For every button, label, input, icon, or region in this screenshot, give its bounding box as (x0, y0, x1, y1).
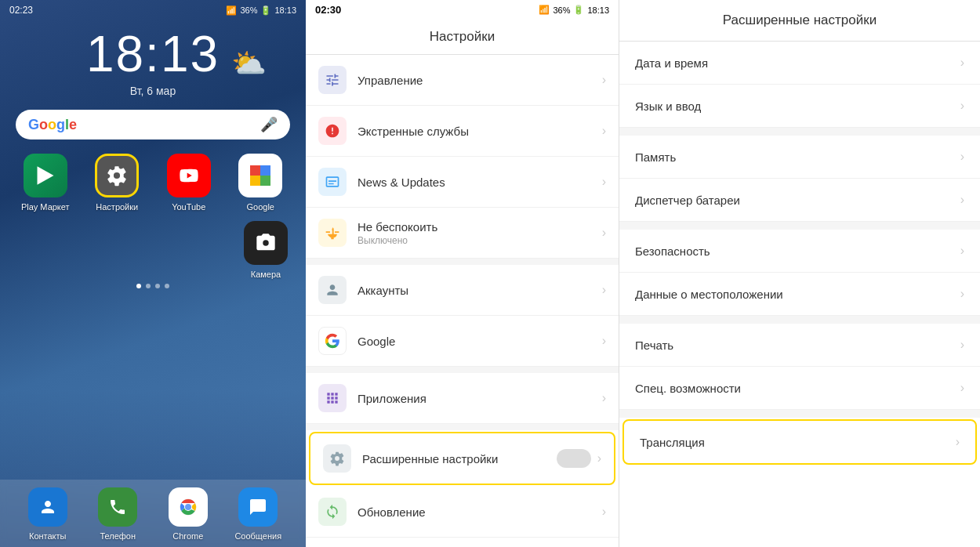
advanced-title: Расширенные настройки (362, 452, 557, 465)
news-chevron: › (602, 175, 606, 189)
svg-rect-1 (260, 176, 270, 186)
settings-label: Настройки (96, 202, 138, 212)
google-maps-icon (238, 154, 282, 197)
svg-rect-3 (260, 165, 270, 176)
emergency-chevron: › (602, 124, 606, 138)
settings-item-news[interactable]: News & Updates › (306, 157, 619, 208)
settings-signal-icon: 📶 (539, 5, 550, 15)
adv-gap-3 (619, 316, 980, 324)
messages-icon (238, 487, 278, 527)
location-title: Данные о местоположении (635, 288, 783, 301)
google-maps-label: Google (247, 202, 274, 212)
cast-chevron: › (956, 435, 960, 449)
battery-title: Диспетчер батареи (635, 194, 740, 207)
adv-gap-1 (619, 128, 980, 136)
google-content: Google (358, 335, 602, 348)
cast-title: Трансляция (640, 436, 705, 449)
accounts-icon (318, 276, 347, 304)
settings-battery-level: 36% (553, 5, 570, 15)
advanced-panel-title: Расширенные настройки (723, 13, 877, 27)
advanced-toggle[interactable] (557, 449, 591, 468)
bottom-dock: Контакты Телефон (0, 480, 306, 547)
security-chevron: › (960, 244, 964, 258)
advanced-panel: Расширенные настройки Дата и время › Язы… (619, 0, 980, 547)
dock-phone[interactable]: Телефон (83, 487, 154, 541)
settings-item-updates[interactable]: Обновление › (306, 487, 619, 538)
settings-item-dnd[interactable]: Не беспокоить Выключено › (306, 208, 619, 259)
datetime-title: Дата и время (635, 56, 708, 70)
accessibility-chevron: › (960, 381, 964, 395)
app-settings[interactable]: Настройки (85, 154, 151, 212)
settings-item-google[interactable]: Google › (306, 316, 619, 367)
location-chevron: › (960, 287, 964, 301)
adv-gap-2 (619, 222, 980, 230)
settings-item-about[interactable]: О телефоне › (306, 538, 619, 547)
settings-item-management[interactable]: Управление › (306, 55, 619, 106)
dot-1 (136, 284, 141, 288)
home-time: 02:23 (9, 5, 33, 16)
apps-chevron: › (602, 391, 606, 405)
app-google-maps[interactable]: Google (228, 154, 294, 212)
management-icon (318, 66, 347, 94)
advanced-item-battery[interactable]: Диспетчер батареи › (619, 179, 980, 222)
dock-chrome[interactable]: Chrome (153, 487, 223, 541)
battery-icon: 🔋 (260, 5, 271, 16)
advanced-item-language[interactable]: Язык и ввод › (619, 85, 980, 128)
camera-label: Камера (251, 270, 281, 279)
dock-messages[interactable]: Сообщения (223, 487, 294, 541)
advanced-icon (323, 444, 351, 473)
emergency-title: Экстренные службы (358, 125, 602, 138)
clock-date: Вт, 6 мар (0, 85, 306, 97)
advanced-content: Расширенные настройки (362, 452, 557, 465)
advanced-item-print[interactable]: Печать › (619, 324, 980, 367)
settings-battery-icon: 🔋 (573, 5, 584, 15)
dnd-title: Не беспокоить (358, 220, 602, 234)
settings-item-apps[interactable]: Приложения › (306, 373, 619, 424)
accessibility-title: Спец. возможности (635, 382, 741, 395)
app-youtube[interactable]: YouTube (156, 154, 222, 212)
app-play-market[interactable]: Play Маркет (13, 154, 78, 212)
advanced-item-accessibility[interactable]: Спец. возможности › (619, 367, 980, 410)
chrome-label: Chrome (172, 531, 203, 541)
dnd-icon (318, 219, 347, 247)
advanced-item-security[interactable]: Безопасность › (619, 230, 980, 273)
advanced-item-cast[interactable]: Трансляция › (622, 419, 977, 465)
play-market-icon (24, 154, 67, 197)
mic-icon[interactable]: 🎤 (260, 116, 278, 133)
contacts-label: Контакты (29, 531, 67, 541)
memory-title: Память (635, 150, 676, 164)
advanced-list: Дата и время › Язык и ввод › Память › Ди… (619, 42, 980, 547)
settings-clock: 18:13 (587, 5, 609, 15)
language-title: Язык и ввод (635, 100, 701, 113)
adv-gap-4 (619, 410, 980, 418)
language-chevron: › (960, 99, 964, 113)
signal-icon: 📶 (226, 5, 237, 16)
app-camera[interactable]: Камера (238, 221, 293, 279)
accounts-content: Аккаунты (358, 284, 602, 297)
news-content: News & Updates (358, 176, 602, 189)
settings-item-advanced[interactable]: Расширенные настройки › (309, 432, 615, 485)
apps-content: Приложения (358, 392, 602, 405)
google-search-bar[interactable]: Google 🎤 (16, 110, 290, 139)
settings-status-icons: 📶 36% 🔋 18:13 (539, 5, 609, 15)
weather-icon: ⛅ (231, 47, 267, 80)
home-status-icons: 📶 36% 🔋 18:13 (226, 5, 296, 16)
dock-contacts[interactable]: Контакты (13, 487, 83, 541)
advanced-item-memory[interactable]: Память › (619, 136, 980, 179)
advanced-item-datetime[interactable]: Дата и время › (619, 42, 980, 85)
accounts-title: Аккаунты (358, 284, 602, 297)
contacts-icon (28, 487, 67, 527)
settings-item-emergency[interactable]: Экстренные службы › (306, 106, 619, 157)
page-dots (0, 284, 306, 288)
updates-chevron: › (602, 505, 606, 519)
divider-2 (306, 367, 619, 373)
phone-icon (98, 487, 137, 527)
advanced-item-location[interactable]: Данные о местоположении › (619, 273, 980, 316)
news-title: News & Updates (358, 176, 602, 189)
google-icon (318, 327, 347, 355)
app-grid: Play Маркет Настройки YouTube (0, 147, 306, 218)
emergency-icon (318, 117, 347, 145)
settings-item-accounts[interactable]: Аккаунты › (306, 265, 619, 316)
apps-icon (318, 384, 347, 412)
dnd-subtitle: Выключено (358, 235, 602, 246)
